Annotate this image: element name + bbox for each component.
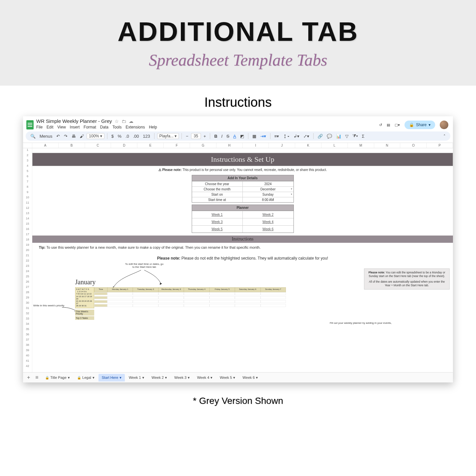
wrap-icon[interactable]: ↲▾ (292, 133, 301, 139)
top-tasks-box: Top 3 Tasks (75, 316, 94, 320)
font-size-input[interactable]: 35 (191, 133, 201, 139)
valign-icon[interactable]: ⭥▾ (282, 133, 291, 139)
tab-week-5[interactable]: Week 5▾ (216, 374, 238, 381)
italic-button[interactable]: I (220, 133, 224, 139)
lock-icon: 🔒 (77, 376, 81, 379)
tab-menu-icon[interactable]: ▾ (256, 376, 258, 380)
menu-file[interactable]: File (36, 125, 42, 129)
please-note-edit: Please note: Please do not edit the high… (32, 255, 453, 262)
halign-icon[interactable]: ≡▾ (273, 133, 281, 139)
week4-link[interactable]: Week 4 (243, 218, 294, 225)
font-select[interactable]: Playfa... ▾ (157, 133, 179, 139)
month-dropdown[interactable]: December (243, 186, 294, 192)
tab-title-page[interactable]: 🔒Title Page▾ (42, 374, 73, 381)
example-mock: To edit the start time or dates, go to t… (32, 262, 453, 324)
start-on-dropdown[interactable]: Sunday (243, 192, 294, 197)
tab-menu-icon[interactable]: ▾ (142, 376, 144, 380)
sheets-logo-icon[interactable] (26, 120, 34, 129)
text-color-button[interactable]: A (232, 133, 238, 139)
tab-week-3[interactable]: Week 3▾ (171, 374, 193, 381)
toolbar-collapse-icon[interactable]: ˄ (442, 133, 447, 139)
comments-icon[interactable]: ▤ (387, 123, 390, 127)
avatar[interactable] (440, 121, 448, 129)
size-dec-button[interactable]: − (184, 133, 190, 139)
tab-menu-icon[interactable]: ▾ (68, 376, 70, 380)
chart-icon[interactable]: 📊 (335, 133, 343, 139)
functions-icon[interactable]: Σ (360, 133, 366, 139)
row-numbers[interactable]: 1234567891011121314151617181920212223242… (23, 148, 32, 372)
bold-button[interactable]: B (213, 133, 218, 139)
zoom-select[interactable]: 100% ▾ (87, 133, 104, 139)
start-time-cell[interactable]: 8:00 AM (243, 197, 294, 202)
borders-icon[interactable]: ▦ (251, 133, 258, 139)
menu-extensions[interactable]: Extensions (126, 125, 145, 129)
menu-data[interactable]: Data (100, 125, 108, 129)
week2-link[interactable]: Week 2 (243, 211, 294, 218)
tab-menu-icon[interactable]: ▾ (233, 376, 235, 380)
document-title[interactable]: WR Simple Weekly Planner - Grey (36, 118, 112, 124)
menus-label: Menus (38, 133, 54, 139)
star-icon[interactable]: ☆ (115, 119, 119, 124)
percent-button[interactable]: % (116, 133, 123, 139)
merge-icon[interactable]: ⇥▾ (259, 133, 267, 139)
menu-tools[interactable]: Tools (112, 125, 122, 129)
history-icon[interactable]: ↺ (379, 123, 382, 127)
tab-week-4[interactable]: Week 4▾ (194, 374, 216, 381)
search-icon[interactable]: 🔍 (29, 133, 37, 139)
tab-menu-icon[interactable]: ▾ (165, 376, 167, 380)
menu-edit[interactable]: Edit (46, 125, 53, 129)
menu-format[interactable]: Format (84, 125, 96, 129)
rotate-icon[interactable]: ⤢▾ (302, 133, 311, 139)
mini-calendar: S M T W T F S 1 2 3 4 5 6 7 8 9 10 11 12… (75, 287, 94, 308)
week6-link[interactable]: Week 6 (243, 225, 294, 233)
undo-icon[interactable]: ↶ (55, 133, 61, 139)
instructions-subbanner: Instructions (32, 236, 453, 243)
week3-link[interactable]: Week 3 (192, 218, 243, 225)
tab-menu-icon[interactable]: ▾ (93, 376, 95, 380)
planner-table: Planner Week 1Week 2 Week 3Week 4 Week 5… (192, 205, 294, 233)
add-sheet-button[interactable]: + (25, 374, 32, 381)
meet-icon[interactable]: ▢▾ (395, 123, 400, 127)
section-label: Instructions (0, 95, 476, 110)
hero: ADDITIONAL TAB Spreadsheet Template Tabs (0, 0, 476, 86)
tab-menu-icon[interactable]: ▾ (120, 376, 122, 380)
tab-week-1[interactable]: Week 1▾ (126, 374, 148, 381)
january-preview: January S M T W T F S 1 2 3 4 5 6 7 8 9 … (75, 278, 286, 320)
menu-insert[interactable]: Insert (70, 125, 80, 129)
filter-icon[interactable]: ▽ (344, 133, 350, 139)
callout-right: Please note: You can edit the spreadshee… (364, 268, 450, 290)
menu-view[interactable]: View (57, 125, 66, 129)
link-icon[interactable]: 🔗 (316, 133, 324, 139)
tab-menu-icon[interactable]: ▾ (188, 376, 190, 380)
dec-more-button[interactable]: .00 (132, 133, 140, 139)
paint-format-icon[interactable]: 🖌 (78, 133, 85, 139)
filter-views-icon[interactable]: ⧩▾ (351, 133, 359, 139)
callout-priority: Write in this week's priority (32, 304, 65, 307)
move-folder-icon[interactable]: 🗀 (122, 119, 126, 124)
menubar: File Edit View Insert Format Data Tools … (36, 124, 377, 131)
size-inc-button[interactable]: + (202, 133, 208, 139)
week1-link[interactable]: Week 1 (192, 211, 243, 218)
fill-color-icon[interactable]: ◩ (239, 133, 245, 139)
dec-less-button[interactable]: .0 (124, 133, 130, 139)
print-icon[interactable]: 🖶 (70, 133, 77, 139)
tab-start-here[interactable]: Start Here▾ (98, 374, 125, 381)
menu-help[interactable]: Help (149, 125, 157, 129)
strike-button[interactable]: S (225, 133, 231, 139)
tab-week-2[interactable]: Week 2▾ (148, 374, 170, 381)
tab-legal[interactable]: 🔒Legal▾ (74, 374, 98, 381)
tab-menu-icon[interactable]: ▾ (210, 376, 212, 380)
redo-icon[interactable]: ↷ (63, 133, 69, 139)
tab-week-6[interactable]: Week 6▾ (239, 374, 261, 381)
column-headers[interactable]: ABCDEFGHIJKLMNOP (23, 143, 453, 148)
week5-link[interactable]: Week 5 (192, 225, 243, 233)
share-button[interactable]: 🔒 Share ▾ (405, 121, 435, 129)
currency-button[interactable]: $ (110, 133, 115, 139)
hero-title: ADDITIONAL TAB (118, 16, 358, 47)
toolbar: 🔍 Menus ↶ ↷ 🖶 🖌 100% ▾ $ % .0 .00 123 Pl… (26, 131, 450, 141)
year-cell[interactable]: 2024 (243, 181, 294, 186)
format-123-button[interactable]: 123 (142, 133, 152, 139)
all-sheets-button[interactable]: ≡ (33, 374, 40, 381)
sheet-body[interactable]: Instructions & Set Up ⚠ Please note: Thi… (32, 148, 453, 372)
comment-icon[interactable]: 💬 (325, 133, 333, 139)
